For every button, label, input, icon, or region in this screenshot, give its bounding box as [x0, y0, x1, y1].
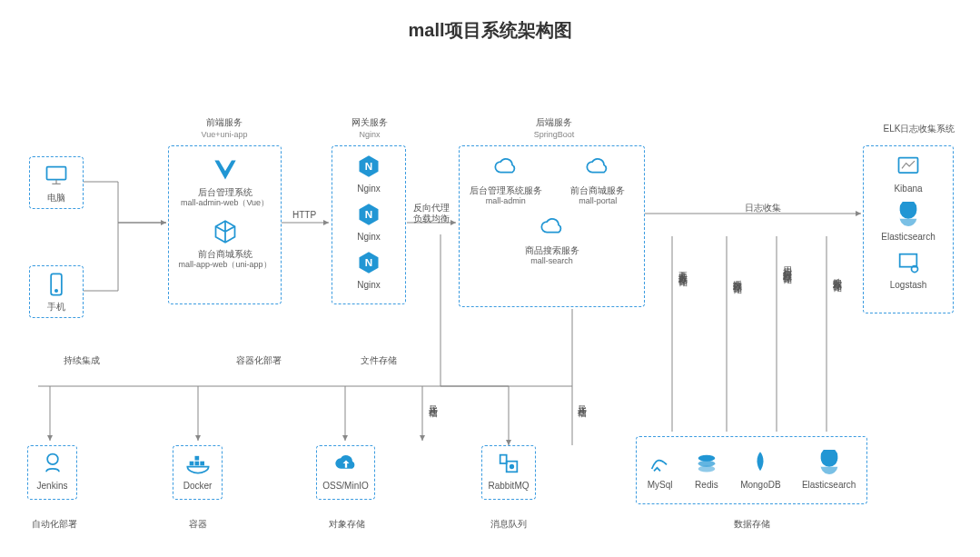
cache-store-label: 缓存数据存储 [730, 273, 743, 278]
portal-svc-sub: mall-portal [557, 196, 638, 206]
kibana-icon [896, 154, 921, 179]
nginx-icon: N [356, 250, 381, 275]
elasticsearch-icon [896, 202, 921, 227]
svg-point-17 [55, 290, 57, 292]
cube-icon [213, 219, 238, 244]
rabbitmq-label: RabbitMQ [482, 480, 535, 492]
elk-group: Kibana Elasticsearch Logstash [863, 145, 954, 313]
gateway-group: NNginx NNginx NNginx [332, 145, 406, 304]
elasticsearch-icon [817, 450, 842, 475]
client-pc: 电脑 [29, 156, 84, 209]
svg-text:N: N [365, 208, 372, 220]
docker-icon [185, 451, 211, 476]
mongodb-icon [747, 450, 773, 475]
jenkins-node: Jenkins [27, 445, 77, 500]
frontend-group: 后台管理系统 mall-admin-web（Vue） 前台商城系统 mall-a… [168, 145, 282, 304]
lb-label: 反向代理 负载均衡 [413, 203, 457, 224]
footer-auto: 自动化部署 [32, 518, 77, 530]
admin-web-sub: mall-admin-web（Vue） [174, 198, 275, 208]
footer-data: 数据存储 [734, 518, 770, 530]
svg-rect-13 [47, 167, 66, 180]
app-web-label: 前台商城系统 [174, 248, 275, 260]
nginx-icon: N [356, 202, 381, 227]
main-store-label: 主要业务数据存储 [676, 264, 688, 271]
search-svc-label: 商品搜索服务 [460, 244, 644, 256]
mysql-label: MySql [648, 479, 673, 491]
logstash-label: Logstash [867, 279, 949, 291]
client-phone: 手机 [29, 265, 84, 318]
storage-group: MySql Redis MongoDB Elasticsearch [636, 436, 867, 504]
jenkins-label: Jenkins [28, 480, 76, 492]
svg-point-34 [698, 466, 716, 472]
svg-point-31 [510, 465, 514, 469]
nginx-label-3: Nginx [336, 279, 401, 291]
redis-label: Redis [694, 479, 719, 491]
docker-label: Docker [173, 480, 222, 492]
docker-node: Docker [173, 445, 223, 500]
phone-icon [44, 272, 69, 297]
search-svc-sub: mall-search [460, 256, 644, 266]
svg-text:N: N [365, 256, 372, 268]
search-store-label: 搜索数据存储 [830, 271, 843, 276]
elk-group-title: ELK日志收集系统 [878, 123, 960, 134]
storage-es-label: Elasticsearch [802, 479, 856, 491]
behavior-store-label: 用户行为分析数据存储 [780, 259, 793, 268]
http-label: HTTP [292, 209, 316, 221]
footer-mq: 消息队列 [490, 518, 527, 530]
file-store-label: 文件存储 [361, 354, 397, 366]
oss-label: OSS/MinIO [317, 480, 374, 492]
mongo-label: MongoDB [740, 479, 780, 491]
async2-label: 异步通信 [575, 398, 588, 402]
svg-rect-25 [189, 462, 193, 466]
jenkins-icon [40, 451, 65, 476]
gateway-group-title: 网关服务Nginx [347, 116, 392, 141]
vue-icon [213, 157, 238, 183]
es-label: Elasticsearch [867, 231, 949, 243]
admin-svc-label: 后台管理系统服务 [465, 184, 547, 196]
logstash-icon [896, 250, 921, 275]
kibana-label: Kibana [867, 183, 949, 194]
svg-rect-28 [194, 456, 199, 461]
redis-icon [694, 450, 719, 475]
frontend-group-title: 前端服务Vue+uni-app [188, 116, 261, 141]
cloud-up-icon [333, 451, 359, 476]
portal-svc-label: 前台商城服务 [557, 184, 638, 196]
monitor-icon [44, 163, 69, 188]
pc-label: 电脑 [30, 192, 83, 204]
svg-text:N: N [365, 160, 372, 172]
cloud-icon [539, 215, 565, 241]
app-web-sub: mall-app-web（uni-app） [174, 260, 275, 270]
footer-container: 容器 [189, 518, 207, 530]
nginx-label-2: Nginx [336, 231, 401, 243]
svg-point-24 [47, 454, 58, 465]
diagram-title: mall项目系统架构图 [0, 0, 980, 54]
svg-rect-26 [194, 462, 199, 466]
log-label: 日志收集 [745, 202, 781, 214]
rabbitmq-icon [496, 451, 521, 476]
svg-rect-22 [900, 254, 917, 267]
ci-label: 持续集成 [64, 354, 100, 366]
admin-web-label: 后台管理系统 [174, 186, 275, 198]
svg-rect-29 [500, 455, 507, 463]
mysql-icon [648, 450, 673, 475]
oss-node: OSS/MinIO [316, 445, 375, 500]
phone-label: 手机 [30, 301, 83, 313]
nginx-label-1: Nginx [336, 183, 401, 194]
nginx-icon: N [356, 154, 381, 179]
rabbitmq-node: RabbitMQ [481, 445, 536, 500]
footer-obj: 对象存储 [329, 518, 365, 530]
container-dep-label: 容器化部署 [236, 354, 282, 366]
backend-group-title: 后端服务SpringBoot [527, 116, 581, 141]
cloud-icon [493, 155, 519, 181]
backend-group: 后台管理系统服务mall-admin 前台商城服务mall-portal 商品搜… [459, 145, 645, 307]
async1-label: 异步通信 [426, 398, 439, 402]
cloud-icon [585, 155, 610, 181]
svg-rect-27 [200, 462, 204, 466]
admin-svc-sub: mall-admin [465, 196, 547, 206]
